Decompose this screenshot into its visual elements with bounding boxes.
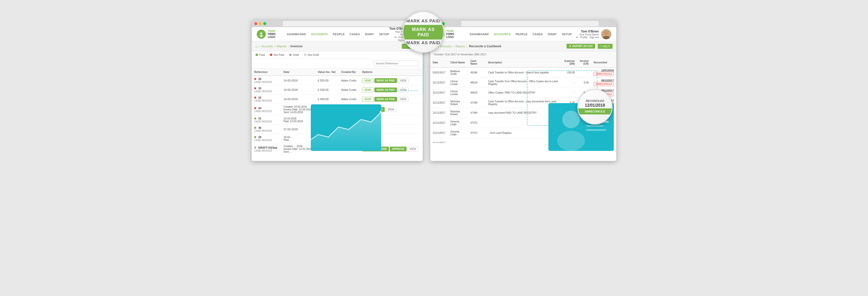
avatar-right (601, 29, 611, 39)
table-row: 32 CASE INVOICE 14-03-2018 £ 400.00 Adam… (252, 94, 423, 104)
send-button[interactable]: SEND (362, 78, 374, 83)
table-row: 21/11/2017 Gemma Leigh 47472 ...from Lan… (430, 128, 616, 138)
address-bar[interactable] (283, 21, 405, 26)
breadcrumb-left: ⌂ › Accounts › Reports › Invoices ? ? HE… (252, 41, 423, 51)
filter-draft[interactable]: Draft (289, 53, 299, 56)
svg-point-1 (260, 32, 262, 34)
recon-date: 09/12/2017 (594, 79, 614, 82)
status-indicator (254, 107, 256, 109)
unreconcile-button[interactable]: UNRECONCILE (594, 72, 614, 76)
unreconcile-button[interactable]: UNRECONCILE (594, 122, 614, 126)
options-group: SEND MARK AS PAID VIEW (362, 88, 420, 92)
nav-cases[interactable]: CASES (350, 32, 360, 37)
breadcrumb-reports-r[interactable]: Reports (455, 45, 465, 48)
minimize-btn[interactable] (259, 22, 262, 25)
options-group: APPROVE & SEND APPROVE VIEW (362, 147, 420, 151)
status-indicator (254, 96, 256, 98)
table-row: 21/11/2017 NicholasRobert 47446 Cash Tra… (430, 98, 616, 108)
approve-button[interactable]: APPROVE (390, 147, 407, 151)
minimize-btn-r[interactable] (437, 22, 440, 25)
send-button[interactable]: SEND (362, 88, 374, 92)
breadcrumb-accounts-r[interactable]: Accounts (440, 45, 451, 48)
titlebar-left (252, 20, 423, 27)
user-name-left: Tom O'Brien (389, 27, 407, 30)
nav-people-r[interactable]: PEOPLE (516, 32, 528, 37)
logo-text-left: YOUR FIRMS LOGO (268, 30, 276, 39)
view-button[interactable]: VIEW (398, 88, 409, 92)
svg-point-8 (438, 35, 441, 37)
nav-dashboard[interactable]: DASHBOARD (287, 32, 306, 37)
filter-not-paid-label: Not Paid (274, 53, 284, 56)
export-csv-button[interactable]: ⬇ EXPORT AS CSV (566, 44, 595, 49)
invoice-table: Reference Date Value Inc. Vat Created By… (252, 68, 423, 154)
view-button[interactable]: VIEW (398, 97, 409, 101)
user-links-right[interactable]: ✉ · Profile · Sign out (576, 36, 599, 39)
mark-paid-button[interactable]: MARK AS PAID (374, 78, 397, 83)
app-header-left: YOUR FIRMS LOGO DASHBOARD ACCOUNTS PEOPL… (252, 27, 423, 41)
breadcrumb-accounts[interactable]: Accounts (261, 45, 273, 48)
nav-dashboard-r[interactable]: DASHBOARD (470, 32, 489, 37)
nav-accounts-r[interactable]: ACCOUNTS (494, 32, 510, 37)
search-input[interactable] (374, 61, 419, 66)
mark-paid-button[interactable]: MARK AS PAID (374, 88, 397, 92)
home-icon-right[interactable]: ⌂ (434, 44, 436, 48)
view-button[interactable]: VIEW (407, 147, 418, 151)
breadcrumb-reports[interactable]: Reports (277, 45, 287, 48)
help-button-left[interactable]: ? ? HELP (402, 44, 419, 49)
home-icon-left[interactable]: ⌂ (255, 44, 257, 48)
close-btn[interactable] (254, 22, 257, 25)
nav-setup[interactable]: SETUP (379, 32, 389, 37)
unreconcile-button[interactable]: UNRECONCILE (594, 142, 614, 143)
close-btn-r[interactable] (433, 22, 436, 25)
dashed-line-v1 (423, 54, 423, 94)
unreconcile-button[interactable]: UNRECONCILE (594, 102, 614, 106)
send-button[interactable]: SEND (362, 97, 374, 101)
unreconcile-button[interactable]: UNRECONCILE (594, 82, 614, 86)
user-area-left: Tom O'Brien Your Firms Name ✉ · Profile … (389, 27, 417, 41)
approve-send-button[interactable]: APPROVE & SEND (362, 147, 389, 151)
view-button[interactable]: VIEW (362, 118, 373, 122)
mark-paid-button[interactable]: MARK AS PAID (374, 97, 397, 101)
maximize-btn-r[interactable] (442, 22, 445, 25)
view-button[interactable]: VIEW (362, 136, 373, 141)
unreconcile-button[interactable]: UNRECONCILE (594, 112, 614, 116)
table-row: 03/01/2017 MatthewSmith 49346 Cash Trans… (430, 67, 616, 78)
help-button-right[interactable]: ? HELP (598, 44, 613, 49)
filter-paid[interactable]: Paid (255, 53, 265, 56)
cell-ref: 31 CASE INVOICE (252, 115, 281, 125)
logo-icon-right (435, 30, 444, 39)
view-button[interactable]: VIEW (385, 107, 397, 112)
filter-not-draft-label: Not Draft (308, 53, 319, 56)
nav-people[interactable]: PEOPLE (333, 32, 345, 37)
cell-ref: 32 CASE INVOICE (252, 94, 281, 104)
options-group: SEND MARK AS PAID VIEW (362, 78, 420, 83)
nav-accounts[interactable]: ACCOUNTS (311, 32, 328, 37)
view-button[interactable]: VIEW (362, 127, 373, 132)
help-icon: ? (404, 45, 406, 48)
recon-date: 09/12/2017 (594, 140, 614, 142)
nav-cases-r[interactable]: CASES (533, 32, 542, 37)
user-links-left[interactable]: ✉ · Profile · Sign out (389, 36, 407, 41)
maximize-btn[interactable] (263, 22, 266, 25)
filter-not-paid[interactable]: Not Paid (270, 53, 284, 56)
titlebar-right (430, 20, 616, 27)
right-browser-window: YOUR FIRMS LOGO DASHBOARD ACCOUNTS PEOPL… (430, 20, 616, 161)
user-firm-left: Your Firms Name (389, 30, 407, 36)
nav-setup-r[interactable]: SETUP (562, 32, 572, 37)
recon-date: 09/12/2017 (594, 109, 614, 112)
table-row: 35 CASE INVOICE 14-03-2018 £ 520.00 Adam… (252, 76, 423, 85)
nav-diary[interactable]: DIARY (365, 32, 374, 37)
main-nav-left: DASHBOARD ACCOUNTS PEOPLE CASES DIARY SE… (287, 32, 389, 37)
address-bar-r[interactable] (461, 21, 599, 26)
reconcile-table: Date Client Name Case Name Description E… (430, 58, 616, 143)
mark-paid-button[interactable]: MARK AS PAID (362, 107, 385, 112)
logo-right: YOUR FIRMS LOGO (435, 30, 465, 39)
view-button[interactable]: VIEW (398, 78, 409, 83)
svg-point-5 (411, 35, 416, 39)
table-row: 21/11/2017 NicholasRobert 47446 copy doc… (430, 108, 616, 118)
filter-not-draft[interactable]: Not Draft (304, 53, 319, 56)
nav-diary-r[interactable]: DIARY (548, 32, 557, 37)
unreconcile-button[interactable]: UNRECONCILE (594, 132, 614, 136)
app-header-right: YOUR FIRMS LOGO DASHBOARD ACCOUNTS PEOPL… (430, 27, 616, 41)
unreconcile-button[interactable]: UNRECONCILE (594, 92, 614, 96)
